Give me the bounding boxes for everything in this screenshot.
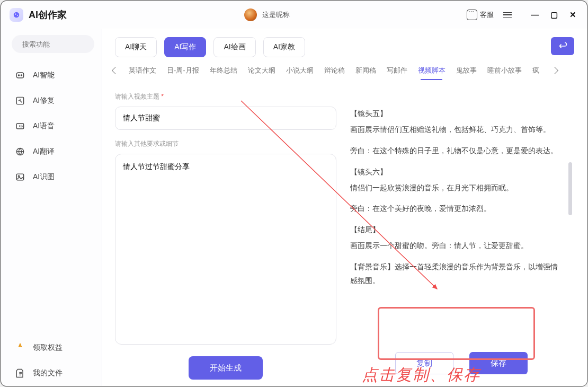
svg-point-7 bbox=[21, 75, 22, 76]
sidebar-item-ai-voice[interactable]: AI语音 bbox=[12, 113, 94, 139]
smart-icon bbox=[15, 70, 25, 81]
subnav-item[interactable]: 年终总结 bbox=[210, 66, 237, 75]
menu-button[interactable] bbox=[503, 12, 512, 18]
subnav-item[interactable]: 日-周-月报 bbox=[167, 66, 199, 75]
app-logo bbox=[10, 8, 23, 22]
topic-label: 请输入视频主题 * bbox=[115, 92, 336, 101]
tab-label: AI聊天 bbox=[125, 42, 147, 52]
tab-label: AI家教 bbox=[273, 42, 295, 52]
sidebar-item-ai-smart[interactable]: AI智能 bbox=[12, 63, 94, 88]
svg-rect-11 bbox=[16, 174, 23, 180]
input-form: 请输入视频主题 * 请输入其他要求或细节 开始生成 bbox=[115, 83, 336, 380]
sidebar-item-label: 领取权益 bbox=[33, 343, 63, 353]
svg-point-6 bbox=[18, 75, 19, 76]
subnav-item[interactable]: 鬼故事 bbox=[456, 66, 477, 75]
voice-icon bbox=[15, 121, 25, 131]
sidebar-item-label: 我的文件 bbox=[33, 368, 63, 378]
file-icon bbox=[15, 368, 25, 379]
copy-button[interactable]: 复制 bbox=[395, 352, 453, 374]
sidebar-item-label: AI智能 bbox=[33, 71, 55, 80]
output-panel: 【镜头五】画面展示情侣们互相赠送礼物，包括鲜花、巧克力、首饰等。旁白：在这个特殊… bbox=[350, 83, 572, 380]
topic-field[interactable] bbox=[115, 107, 336, 130]
translate-icon bbox=[15, 146, 25, 157]
image-icon bbox=[15, 172, 25, 182]
back-button[interactable] bbox=[551, 37, 574, 55]
output-text: 【镜头五】画面展示情侣们互相赠送礼物，包括鲜花、巧克力、首饰等。旁白：在这个特殊… bbox=[350, 107, 572, 345]
subnav-item[interactable]: 论文大纲 bbox=[248, 66, 275, 75]
subnav-item[interactable]: 疯 bbox=[532, 66, 539, 75]
subnav-item[interactable]: 写邮件 bbox=[387, 66, 407, 75]
tab-ai-paint[interactable]: AI绘画 bbox=[213, 37, 255, 57]
svg-rect-5 bbox=[16, 73, 23, 78]
svg-point-1 bbox=[15, 13, 16, 14]
tab-ai-chat[interactable]: AI聊天 bbox=[115, 37, 157, 57]
search-box[interactable] bbox=[12, 35, 94, 53]
window-minimize[interactable]: — bbox=[531, 10, 539, 20]
window-maximize[interactable]: ▢ bbox=[550, 10, 558, 20]
tab-ai-tutor[interactable]: AI家教 bbox=[263, 37, 305, 57]
sidebar-item-label: AI识图 bbox=[33, 172, 55, 182]
subnav-item[interactable]: 小说大纲 bbox=[286, 66, 314, 75]
app-title: AI创作家 bbox=[29, 8, 67, 21]
sidebar-item-label: AI语音 bbox=[33, 121, 55, 131]
tab-label: AI写作 bbox=[174, 42, 196, 52]
sidebar-item-ai-translate[interactable]: AI翻译 bbox=[12, 139, 94, 164]
chat-icon bbox=[467, 10, 477, 20]
search-input[interactable] bbox=[22, 40, 111, 48]
mode-tabs: AI聊天 AI写作 AI绘画 AI家教 bbox=[115, 37, 305, 57]
subnav-item[interactable]: 英语作文 bbox=[129, 66, 156, 75]
topic-input[interactable] bbox=[123, 107, 328, 129]
sidebar-item-ai-repair[interactable]: AI修复 bbox=[12, 88, 94, 113]
subnav-item[interactable]: 新闻稿 bbox=[355, 66, 376, 75]
sidebar-item-label: AI修复 bbox=[33, 96, 55, 105]
sidebar: AI智能 AI修复 AI语音 AI翻译 AI识图 bbox=[1, 29, 102, 386]
repair-icon bbox=[15, 95, 25, 106]
subnav-item[interactable]: 睡前小故事 bbox=[487, 66, 522, 75]
generate-button[interactable]: 开始生成 bbox=[189, 356, 263, 380]
subnav-item-video-script[interactable]: 视频脚本 bbox=[418, 66, 446, 75]
gift-icon bbox=[15, 342, 25, 353]
category-subnav: 英语作文 日-周-月报 年终总结 论文大纲 小说大纲 辩论稿 新闻稿 写邮件 视… bbox=[102, 60, 587, 80]
sidebar-item-ai-image[interactable]: AI识图 bbox=[12, 164, 94, 190]
subnav-item[interactable]: 辩论稿 bbox=[324, 66, 345, 75]
tab-label: AI绘画 bbox=[224, 42, 245, 52]
svg-point-0 bbox=[14, 12, 20, 18]
tab-ai-write[interactable]: AI写作 bbox=[164, 37, 206, 57]
main-area: AI聊天 AI写作 AI绘画 AI家教 英语作文 日-周-月报 年终总结 论文大… bbox=[102, 29, 587, 386]
subnav-next[interactable] bbox=[551, 67, 558, 74]
sidebar-item-rewards[interactable]: 领取权益 bbox=[12, 335, 94, 360]
window-close[interactable]: ✕ bbox=[569, 10, 576, 20]
support-button[interactable]: 客服 bbox=[467, 10, 494, 20]
sidebar-item-label: AI翻译 bbox=[33, 147, 55, 156]
support-label: 客服 bbox=[480, 10, 494, 20]
user-nickname: 这是昵称 bbox=[262, 10, 290, 20]
detail-label: 请输入其他要求或细节 bbox=[115, 139, 336, 148]
detail-textarea[interactable] bbox=[115, 154, 336, 345]
save-button[interactable]: 保存 bbox=[469, 352, 528, 374]
sidebar-item-files[interactable]: 我的文件 bbox=[12, 360, 94, 386]
scrollbar-thumb[interactable] bbox=[568, 162, 572, 215]
subnav-prev[interactable] bbox=[112, 67, 119, 74]
svg-point-2 bbox=[17, 15, 18, 16]
user-avatar[interactable] bbox=[244, 8, 257, 21]
return-icon bbox=[557, 41, 568, 51]
